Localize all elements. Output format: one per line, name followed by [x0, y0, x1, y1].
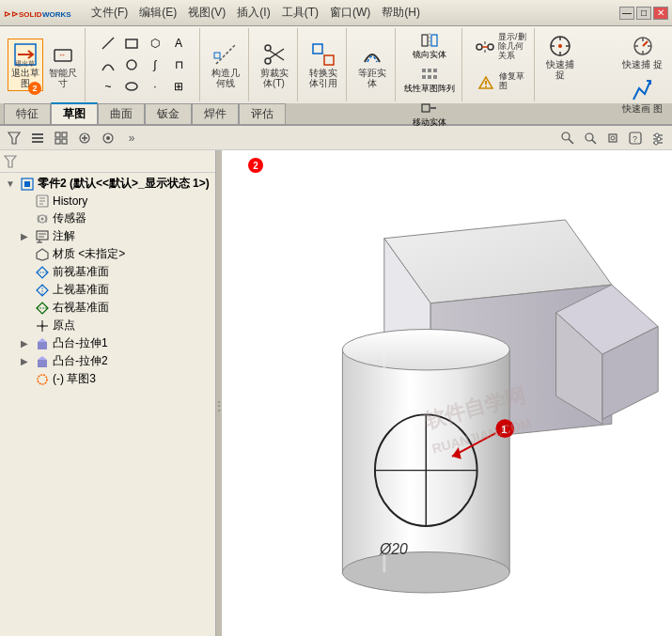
polygon-tool[interactable]: ⬡ [144, 33, 166, 54]
menu-view[interactable]: 视图(V) [183, 3, 230, 23]
ellipse-tool[interactable] [120, 76, 143, 97]
smart-dim-button[interactable]: ↔ 智能尺寸 [45, 39, 81, 91]
transform-label: 转换实体引用 [309, 68, 337, 88]
svg-line-70 [592, 140, 596, 144]
menu-insert[interactable]: 插入(I) [232, 3, 274, 23]
svg-rect-61 [62, 139, 67, 144]
circle-tool[interactable] [120, 54, 143, 75]
root-expand-icon[interactable]: ▼ [6, 178, 17, 189]
tree-filter [0, 150, 215, 173]
boss1-expand[interactable]: ▶ [21, 338, 32, 349]
tree-item-right-plane[interactable]: 右视基准面 [2, 299, 213, 317]
tree-item-sketch3[interactable]: (-) 草图3 [2, 370, 213, 388]
tree-item-boss2[interactable]: ▶ 凸台-拉伸2 [2, 352, 213, 370]
svg-line-11 [102, 38, 114, 49]
window-controls: — □ ✕ [619, 7, 668, 20]
filter-button[interactable] [4, 128, 24, 148]
tab-feature[interactable]: 特征 [4, 103, 51, 124]
tab-weldment[interactable]: 焊件 [192, 103, 239, 124]
qa-quicksnap-label: 快速捕 捉 [622, 59, 663, 70]
svg-rect-32 [433, 75, 437, 79]
text-tool[interactable]: A [167, 33, 190, 54]
tree-item-material[interactable]: 材质 <未指定> [2, 245, 213, 263]
sensor-icon [35, 211, 50, 226]
search2-button[interactable] [580, 128, 601, 148]
menu-edit[interactable]: 编辑(E) [134, 3, 181, 23]
svg-marker-54 [8, 132, 20, 144]
spline-icon: ∫ [147, 56, 164, 73]
more-tool[interactable]: ⊞ [167, 76, 190, 97]
list-view-button[interactable] [27, 128, 48, 148]
freehand-icon: ~ [100, 78, 117, 95]
tab-surface[interactable]: 曲面 [98, 103, 145, 124]
spline-tool[interactable]: ∫ [144, 54, 166, 75]
tree-item-sensor[interactable]: 传感器 [2, 209, 213, 227]
menu-help[interactable]: 帮助(H) [377, 3, 425, 23]
svg-point-72 [611, 136, 615, 140]
tree-root[interactable]: ▼ 零件2 (默认<<默认>_显示状态 1>) [2, 175, 213, 193]
origin-icon [35, 318, 50, 334]
mirror-icon [421, 32, 438, 49]
menu-file[interactable]: 文件(F) [86, 3, 133, 23]
close-button[interactable]: ✕ [653, 7, 668, 20]
slot-tool[interactable]: ⊓ [167, 54, 190, 75]
help-button[interactable]: ? [625, 128, 646, 148]
construct-line-button[interactable]: 构造几何线 [208, 39, 243, 91]
menu-tools[interactable]: 工具(T) [277, 3, 323, 23]
quicksnap-button[interactable]: 快速捕捉 [542, 30, 578, 83]
mirror-button[interactable]: 镜向实体 [410, 30, 449, 63]
transform-icon [310, 41, 336, 68]
left-panel: ▼ 零件2 (默认<<默认>_显示状态 1>) History [0, 150, 216, 636]
equidist-button[interactable]: 等距实体 [354, 39, 390, 91]
top-plane-icon [35, 283, 50, 298]
config-view-button[interactable] [98, 128, 118, 148]
svg-point-78 [655, 133, 659, 137]
display-relations-button[interactable]: 显示/删除几何关系 [468, 30, 530, 64]
display-relations-icon [472, 34, 498, 60]
tree-item-front-plane[interactable]: 前视基准面 [2, 263, 213, 281]
menu-window[interactable]: 窗口(W) [325, 3, 375, 23]
settings-button[interactable] [602, 128, 623, 148]
minimize-button[interactable]: — [619, 7, 634, 20]
tab-sketch[interactable]: 草图 [51, 102, 98, 124]
tree-item-front-plane-label: 前视基准面 [53, 264, 109, 280]
search-button[interactable] [557, 128, 578, 148]
rect-tool[interactable] [120, 33, 143, 54]
maximize-button[interactable]: □ [636, 7, 651, 20]
annotation-expand[interactable]: ▶ [21, 231, 32, 241]
move-body-label: 移动实体 [413, 116, 446, 129]
front-plane-icon [35, 265, 50, 280]
move-body-button[interactable]: 移动实体 [410, 98, 449, 131]
linear-array-button[interactable]: 线性草图阵列 [401, 64, 458, 97]
repair-sketch-button[interactable]: 修复草图 [469, 66, 528, 98]
annotation-2: 2 [248, 158, 263, 173]
feature-view-button[interactable] [51, 128, 71, 148]
smart-dim-icon: ↔ [50, 41, 76, 68]
config-btn[interactable] [648, 128, 668, 148]
freehand-tool[interactable]: ~ [97, 76, 119, 97]
transform-button[interactable]: 转换实体引用 [305, 39, 341, 91]
tab-sheetmetal[interactable]: 钣金 [145, 103, 192, 124]
tab-evaluate[interactable]: 评估 [239, 103, 286, 124]
prop-view-button[interactable] [74, 128, 95, 148]
tree-item-origin[interactable]: 原点 [2, 317, 213, 334]
point-tool[interactable]: · [144, 76, 166, 97]
qa-speed-button[interactable]: 快速画 图 [618, 74, 666, 116]
svg-point-35 [477, 44, 482, 50]
svg-text:退出草: 退出草 [15, 60, 35, 67]
line-tool[interactable] [97, 33, 119, 54]
svg-text:⊳⊳: ⊳⊳ [4, 9, 19, 19]
svg-text:Ø20: Ø20 [379, 541, 408, 557]
tree-item-history[interactable]: History [2, 193, 213, 209]
svg-text:↔: ↔ [58, 51, 66, 59]
svg-point-79 [657, 137, 661, 141]
viewport[interactable]: Ø20 1 2 软件自学网RUANJIAN.COM [222, 150, 672, 636]
more-views-button[interactable]: » [121, 128, 142, 148]
tree-item-annotation[interactable]: ▶ 注解 [2, 227, 213, 245]
tree-item-top-plane[interactable]: 上视基准面 [2, 281, 213, 299]
tree-item-boss1[interactable]: ▶ 凸台-拉伸1 [2, 334, 213, 352]
boss2-expand[interactable]: ▶ [21, 356, 32, 366]
trim-button[interactable]: 剪裁实体(T) [257, 39, 292, 91]
arc-tool[interactable] [97, 54, 119, 75]
qa-quicksnap-button[interactable]: 快速捕 捉 [618, 30, 666, 72]
